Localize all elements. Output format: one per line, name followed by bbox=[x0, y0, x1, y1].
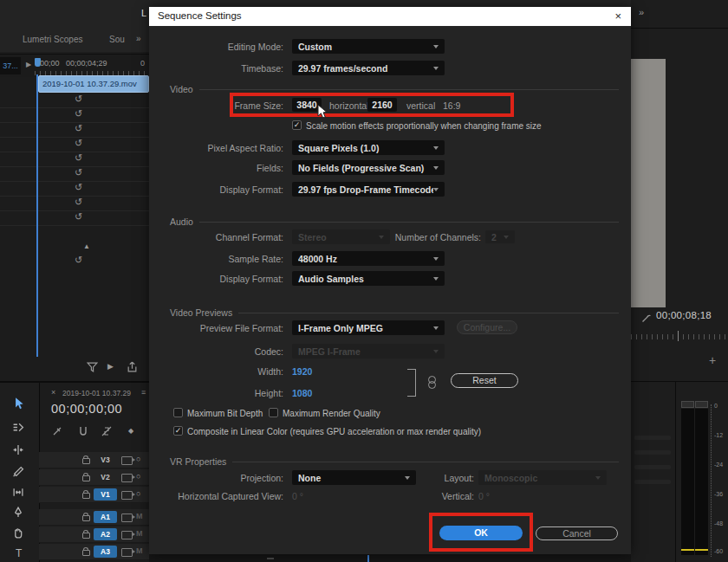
slip-tool-icon[interactable] bbox=[12, 486, 26, 500]
max-bit-depth-checkbox[interactable] bbox=[173, 408, 183, 417]
mute-toggle[interactable]: M bbox=[136, 529, 143, 538]
track-badge[interactable]: A3 bbox=[94, 546, 117, 558]
play-icon[interactable]: ▶ bbox=[26, 61, 31, 68]
mini-timeline-ruler[interactable]: 37... ▶ 00;00 00;00;04;29 0 bbox=[0, 54, 149, 77]
preview-width-value[interactable]: 1920 bbox=[292, 366, 312, 377]
timebase-select[interactable]: 29.97 frames/second bbox=[292, 61, 445, 75]
dialog-title-bar[interactable]: Sequence Settings × bbox=[149, 7, 631, 26]
snap-icon[interactable] bbox=[78, 426, 88, 436]
lock-icon[interactable] bbox=[82, 550, 90, 556]
editing-mode-select[interactable]: Custom bbox=[292, 39, 445, 54]
max-render-quality-checkbox[interactable] bbox=[269, 408, 278, 417]
reset-icon[interactable]: ↺ bbox=[75, 255, 82, 266]
faint-row bbox=[634, 480, 671, 484]
timeline-settings-icon[interactable] bbox=[52, 426, 62, 436]
reset-button[interactable]: Reset bbox=[451, 373, 518, 388]
export-icon[interactable] bbox=[127, 361, 138, 372]
lock-icon[interactable] bbox=[82, 493, 90, 499]
ripple-edit-tool-icon[interactable] bbox=[12, 443, 26, 457]
track-row-a1[interactable]: A1 M bbox=[39, 509, 149, 526]
panel-overflow-icon[interactable]: » bbox=[136, 34, 141, 43]
track-output-icon[interactable]: ○ bbox=[136, 455, 140, 463]
scale-motion-checkbox[interactable]: ✓ bbox=[292, 120, 302, 130]
insert-icon[interactable]: ▶ bbox=[107, 362, 114, 371]
track-output-icon[interactable]: ○ bbox=[136, 489, 140, 498]
display-format-select[interactable]: 29.97 fps Drop-Frame Timecode bbox=[292, 182, 445, 197]
collapse-up-icon[interactable]: ▲ bbox=[83, 242, 90, 250]
type-tool-icon[interactable]: T bbox=[16, 547, 29, 561]
timeline-clip[interactable]: 2019-10-01 10.37.29.mov bbox=[38, 75, 149, 93]
track-badge[interactable]: V3 bbox=[94, 454, 117, 466]
pen-tool-icon[interactable] bbox=[12, 506, 26, 520]
reset-icon[interactable]: ↺ bbox=[75, 108, 82, 120]
track-row-v3[interactable]: V3 ○ bbox=[39, 452, 149, 468]
settings-wrench-icon[interactable] bbox=[641, 313, 652, 323]
pixel-aspect-select[interactable]: Square Pixels (1.0) bbox=[292, 140, 445, 155]
fields-select[interactable]: No Fields (Progressive Scan) bbox=[292, 160, 445, 175]
sync-lock-icon[interactable] bbox=[121, 531, 133, 539]
track-select-tool-icon[interactable] bbox=[12, 421, 26, 435]
sync-lock-icon[interactable] bbox=[121, 474, 133, 482]
preview-format-select[interactable]: I-Frame Only MPEG bbox=[292, 320, 445, 335]
lock-icon[interactable] bbox=[82, 458, 90, 464]
track-row-a3[interactable]: A3 M bbox=[39, 544, 149, 560]
sync-lock-icon[interactable] bbox=[121, 548, 133, 557]
reset-icon[interactable]: ↺ bbox=[75, 182, 82, 193]
panel-menu-icon[interactable]: ≡ bbox=[141, 388, 146, 397]
sample-rate-select[interactable]: 48000 Hz bbox=[292, 251, 445, 266]
sequence-timecode[interactable]: 00;00;00;00 bbox=[51, 402, 122, 416]
channels-label: Number of Channels: bbox=[347, 232, 481, 242]
add-button-icon[interactable]: + bbox=[709, 353, 716, 367]
reset-icon[interactable]: ↺ bbox=[75, 167, 82, 178]
track-output-icon[interactable]: ○ bbox=[136, 472, 140, 481]
close-icon[interactable]: × bbox=[614, 10, 621, 23]
filter-icon[interactable] bbox=[87, 362, 98, 373]
reset-icon[interactable]: ↺ bbox=[75, 123, 82, 134]
mute-toggle[interactable]: M bbox=[136, 546, 143, 555]
sync-lock-icon[interactable] bbox=[121, 456, 133, 465]
close-tab-icon[interactable]: × bbox=[51, 388, 55, 397]
razor-tool-icon[interactable] bbox=[12, 465, 26, 479]
track-badge[interactable]: V1 bbox=[94, 488, 117, 501]
reset-icon[interactable]: ↺ bbox=[75, 197, 82, 208]
sequence-mini-tab[interactable]: 37... bbox=[0, 57, 21, 74]
reset-icon[interactable]: ↺ bbox=[75, 211, 82, 223]
link-chain-icon[interactable] bbox=[428, 381, 436, 389]
faint-row bbox=[634, 465, 671, 469]
reset-icon[interactable]: ↺ bbox=[75, 138, 82, 149]
sync-lock-icon[interactable] bbox=[121, 514, 133, 522]
lock-icon[interactable] bbox=[82, 515, 90, 521]
selection-tool-icon[interactable] bbox=[12, 397, 26, 410]
tab-lumetri-scopes[interactable]: Lumetri Scopes bbox=[23, 35, 82, 44]
panel-overflow-icon[interactable]: » bbox=[639, 7, 644, 17]
tools-panel: T bbox=[0, 383, 40, 562]
reset-icon[interactable]: ↺ bbox=[75, 94, 82, 105]
lock-icon[interactable] bbox=[82, 475, 90, 481]
cancel-button[interactable]: Cancel bbox=[536, 526, 618, 540]
track-badge[interactable]: V2 bbox=[94, 471, 117, 483]
tab-source[interactable]: Sou bbox=[109, 35, 125, 44]
track-badge[interactable]: A2 bbox=[94, 528, 117, 540]
hand-tool-icon[interactable] bbox=[12, 526, 26, 540]
audio-display-format-label: Display Format: bbox=[149, 274, 283, 284]
track-row-v1[interactable]: V1 ○ bbox=[39, 487, 149, 503]
audio-display-format-select[interactable]: Audio Samples bbox=[292, 271, 445, 286]
composite-linear-checkbox[interactable]: ✓ bbox=[173, 426, 183, 436]
sequence-tab-title[interactable]: 2019-10-01 10.37.29 bbox=[62, 389, 131, 397]
vr-layout-select: Monoscopic bbox=[478, 470, 607, 485]
program-playhead[interactable] bbox=[678, 331, 679, 341]
audio-meters: 0 -12 -24 -36 -48 -60 bbox=[631, 381, 728, 562]
linked-selection-icon[interactable] bbox=[101, 426, 112, 436]
track-row-a2[interactable]: A2 M bbox=[39, 526, 149, 543]
playhead-line[interactable] bbox=[36, 74, 38, 357]
marker-icon[interactable]: ◆ bbox=[128, 427, 133, 435]
reset-icon[interactable]: ↺ bbox=[75, 152, 82, 164]
mute-toggle[interactable]: M bbox=[136, 512, 143, 520]
sync-lock-icon[interactable] bbox=[121, 491, 133, 500]
lock-icon[interactable] bbox=[82, 533, 90, 539]
program-timecode[interactable]: 00;00;08;18 bbox=[656, 310, 712, 320]
track-row-v2[interactable]: V2 ○ bbox=[39, 469, 149, 486]
preview-height-value[interactable]: 1080 bbox=[292, 388, 312, 398]
program-ruler-ticks[interactable] bbox=[631, 334, 728, 339]
track-badge[interactable]: A1 bbox=[94, 511, 117, 523]
